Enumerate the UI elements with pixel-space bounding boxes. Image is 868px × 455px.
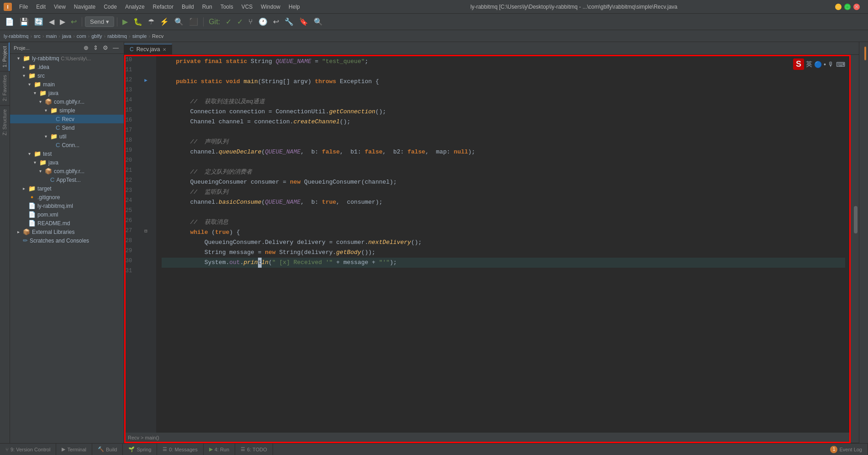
bottom-tab-spring[interactable]: 🌱 Spring [123, 444, 157, 455]
breadcrumb-src[interactable]: src [34, 33, 41, 39]
tree-item-external-libs[interactable]: ▸📦External Libraries [10, 228, 124, 236]
tree-item-java-test[interactable]: ▾📁java [10, 158, 124, 167]
stop-button[interactable]: ⬛ [187, 16, 200, 27]
maximize-button[interactable]: □ [844, 4, 851, 10]
tree-item-target[interactable]: ▸📁target [10, 184, 124, 193]
sidebar-header: Proje... ⊕ ⇕ ⚙ — [10, 42, 124, 54]
bookmark-button[interactable]: 🔖 [297, 16, 310, 27]
run-button[interactable]: ▶ [120, 16, 130, 27]
breadcrumb-com[interactable]: com [77, 33, 86, 39]
git-branch-button[interactable]: ⑂ [246, 16, 255, 27]
tree-item-util[interactable]: ▾📁util [10, 132, 124, 141]
tree-item-gitignore[interactable]: 🔸.gitignore [10, 193, 124, 201]
menu-window[interactable]: Window [257, 3, 284, 11]
tab-favorites[interactable]: 2: Favorites [0, 71, 10, 105]
right-scrollbar[interactable] [851, 55, 859, 433]
tree-item-test[interactable]: ▾📁test [10, 149, 124, 158]
git-checkmark-button[interactable]: ✓ [235, 16, 245, 27]
breadcrumb-rabbitmq[interactable]: rabbitmq [107, 33, 127, 39]
tab-close-button[interactable]: ✕ [163, 47, 166, 52]
back-button[interactable]: ◀ [47, 16, 57, 27]
tree-item-recv[interactable]: CRecv [10, 115, 124, 123]
breadcrumb-gblfy[interactable]: gblfy [91, 33, 102, 39]
line-num-14: 14 [124, 95, 136, 105]
editor-area[interactable]: S 英 🔵 • 🎙 ⌨ 10 [124, 55, 859, 443]
menu-edit[interactable]: Edit [32, 3, 49, 11]
send-button[interactable]: Send ▾ [85, 16, 114, 27]
gutter-line-20: 20 [124, 155, 156, 165]
tree-item-main[interactable]: ▾📁main [10, 80, 124, 89]
line-num-17: 17 [124, 125, 136, 135]
breadcrumb-project[interactable]: ly-rabbitmq [4, 33, 28, 39]
menu-help[interactable]: Help [285, 3, 304, 11]
tree-item-java[interactable]: ▾📁java [10, 89, 124, 97]
menu-view[interactable]: View [50, 3, 69, 11]
tree-item-apptest[interactable]: CAppTest... [10, 175, 124, 184]
undo-button[interactable]: ↩ [68, 16, 79, 27]
menu-code[interactable]: Code [100, 3, 121, 11]
save-button[interactable]: 💾 [17, 16, 31, 27]
new-button[interactable]: 📄 [3, 16, 16, 27]
menu-analyze[interactable]: Analyze [121, 3, 148, 11]
bottom-tab-build[interactable]: 🔨 Build [92, 444, 123, 455]
breadcrumb-java[interactable]: java [62, 33, 71, 39]
line-num-13: 13 [124, 85, 136, 95]
git-ok-button[interactable]: ✓ [223, 16, 234, 27]
menu-vcs[interactable]: VCS [238, 3, 257, 11]
sidebar-add-btn[interactable]: ⊕ [82, 44, 90, 52]
sidebar-icons: ⊕ ⇕ ⚙ — [82, 44, 120, 52]
code-line-25 [162, 207, 845, 217]
tab-structure[interactable]: Z: Structure [0, 105, 10, 139]
bottom-tab-terminal[interactable]: ▶ Terminal [56, 444, 92, 455]
breadcrumb-main[interactable]: main [46, 33, 57, 39]
tree-item-pom[interactable]: 📄pom.xml [10, 210, 124, 219]
line-num-26: 26 [124, 216, 136, 226]
tab-recv-java[interactable]: C Recv.java ✕ [124, 44, 172, 54]
code-content[interactable]: private final static String QUEUE_NAME =… [156, 55, 851, 433]
menu-build[interactable]: Build [178, 3, 198, 11]
menu-navigate[interactable]: Navigate [70, 3, 99, 11]
sidebar-settings-btn[interactable]: ⚙ [101, 44, 110, 52]
revert-button[interactable]: ↩ [271, 16, 281, 27]
tree-item-send[interactable]: CSend [10, 123, 124, 132]
tree-item-com-gblfy-test[interactable]: ▾📦com.gblfy.r... [10, 167, 124, 175]
code-editor[interactable]: 10 11 12 ▶ 13 [124, 55, 859, 433]
bottom-tab-todo[interactable]: ☰ 6: TODO [235, 444, 273, 455]
tree-item-iml[interactable]: 📄ly-rabbitmq.iml [10, 201, 124, 210]
tree-item-com-gblfy[interactable]: ▾📦com.gblfy.r... [10, 97, 124, 106]
sync-button[interactable]: 🔄 [32, 16, 46, 27]
minimize-button[interactable]: ─ [835, 4, 842, 10]
tree-item-ly-rabbitmq[interactable]: ▾📁ly-rabbitmqC:\Users\ly\... [10, 54, 124, 63]
history-button[interactable]: 🕐 [256, 16, 270, 27]
menu-run[interactable]: Run [199, 3, 216, 11]
tree-item-idea[interactable]: ▸📁.idea [10, 63, 124, 71]
git-check-button[interactable]: Git: [206, 16, 222, 27]
tree-item-scratches[interactable]: ✏Scratches and Consoles [10, 236, 124, 245]
debug-button[interactable]: 🐛 [131, 16, 145, 27]
menu-tools[interactable]: Tools [217, 3, 237, 11]
settings-button[interactable]: 🔧 [282, 16, 296, 27]
tree-item-src[interactable]: ▾📁src [10, 71, 124, 80]
forward-button[interactable]: ▶ [58, 16, 68, 27]
tab-project[interactable]: 1: Project [0, 42, 10, 71]
breadcrumb-recv[interactable]: Recv [152, 33, 163, 39]
find-button[interactable]: 🔍 [311, 16, 325, 27]
tree-item-simple[interactable]: ▾📁simple [10, 106, 124, 115]
menu-file[interactable]: File [16, 3, 32, 11]
bottom-tab-messages[interactable]: ☰ 0: Messages [157, 444, 203, 455]
tree-item-conn[interactable]: CConn... [10, 141, 124, 149]
bottom-tab-event-log[interactable]: 1 Event Log [825, 444, 868, 455]
coverage-button[interactable]: ☂ [146, 16, 157, 27]
bottom-tab-version-control[interactable]: ⑂ 9: Version Control [0, 444, 56, 455]
line-num-22: 22 [124, 175, 136, 185]
mid-layout: 1: Project 2: Favorites Z: Structure Pro… [0, 42, 868, 443]
sidebar-close-btn[interactable]: — [111, 44, 120, 52]
profile-button[interactable]: ⚡ [158, 16, 171, 27]
search-button[interactable]: 🔍 [172, 16, 186, 27]
close-button[interactable]: ✕ [853, 4, 860, 10]
bottom-tab-run[interactable]: ▶ 4: Run [204, 444, 235, 455]
sidebar-scroll-btn[interactable]: ⇕ [92, 44, 100, 52]
menu-refactor[interactable]: Refactor [149, 3, 177, 11]
breadcrumb-simple[interactable]: simple [132, 33, 147, 39]
tree-item-readme[interactable]: 📄README.md [10, 219, 124, 228]
